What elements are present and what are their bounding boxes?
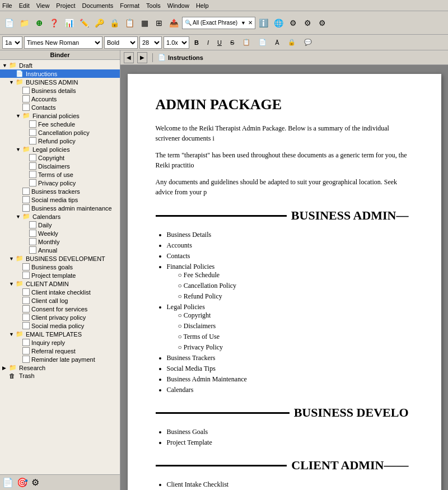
tree-item-contacts[interactable]: Contacts	[0, 103, 120, 111]
help-button[interactable]: ❓	[47, 15, 61, 31]
checkbox-refund-policy[interactable]	[29, 137, 36, 144]
bold-button[interactable]: B	[191, 36, 202, 49]
checkbox-privacy-policy[interactable]	[29, 179, 36, 186]
settings1-button[interactable]: ⚙	[287, 15, 300, 31]
info-button[interactable]: ℹ️	[256, 15, 270, 31]
checkbox-client-privacy[interactable]	[22, 314, 30, 321]
checkbox-referral-request[interactable]	[22, 347, 30, 354]
checkbox-social-media-policy[interactable]	[22, 322, 30, 329]
new-button[interactable]: 📄	[2, 15, 16, 31]
tree-item-email-templates[interactable]: ▼ 📁 EMAIL TEMPLATES	[0, 330, 120, 338]
menu-help[interactable]: Help	[196, 2, 209, 9]
tree-item-legal-policies[interactable]: ▼ 📁 Legal policies	[0, 145, 120, 153]
search-dropdown-icon[interactable]: ▼	[241, 20, 246, 26]
menu-view[interactable]: View	[36, 2, 50, 9]
strikethrough-button[interactable]: S	[227, 36, 237, 49]
tree-item-business-admin-maintenance[interactable]: Business admin maintenance	[0, 204, 120, 212]
tree-item-client-privacy-policy[interactable]: Client privacy policy	[0, 313, 120, 321]
checkbox-copyright[interactable]	[29, 154, 36, 161]
checkbox-contacts[interactable]	[22, 104, 30, 111]
style-select[interactable]: 1a	[2, 36, 22, 49]
tree-item-client-intake-checklist[interactable]: Client intake checklist	[0, 288, 120, 296]
binder-icon-2[interactable]: 🎯	[17, 477, 28, 488]
paste-format-button[interactable]: 📄	[255, 36, 270, 49]
tree-item-business-development[interactable]: ▼ 📁 BUSINESS DEVELOPMENT	[0, 254, 120, 263]
tree-item-business-admin[interactable]: ▼ 📁 BUSINESS ADMIN	[0, 78, 120, 86]
table-button[interactable]: ⊞	[152, 15, 166, 31]
tree-item-trash[interactable]: 🗑 Trash	[0, 372, 120, 380]
tree-item-social-media-tips[interactable]: Social media tips	[0, 195, 120, 204]
tree-item-financial-policies[interactable]: ▼ 📁 Financial policies	[0, 111, 120, 120]
tree-item-privacy-policy[interactable]: Privacy policy	[0, 179, 120, 187]
menu-edit[interactable]: Edit	[19, 2, 30, 9]
menu-tools[interactable]: Tools	[146, 2, 161, 9]
font-select[interactable]: Times New Roman	[24, 36, 102, 49]
tree-item-cancellation-policy[interactable]: Cancellation policy	[0, 128, 120, 137]
size-select[interactable]: 28	[139, 36, 162, 49]
tree-item-instructions[interactable]: 📄 Instructions	[0, 69, 120, 78]
import-button[interactable]: 📋	[123, 15, 137, 31]
checkbox-weekly[interactable]	[29, 230, 36, 237]
checkbox-social-media-tips[interactable]	[22, 196, 30, 203]
weight-select[interactable]: Bold	[104, 36, 138, 49]
italic-button[interactable]: I	[204, 36, 212, 49]
checkbox-annual[interactable]	[29, 246, 36, 254]
tree-item-referral-request[interactable]: Referral request	[0, 347, 120, 355]
checkbox-consent[interactable]	[22, 305, 30, 312]
underline-button[interactable]: U	[214, 36, 225, 49]
open-button[interactable]: 📁	[17, 15, 31, 31]
document-area[interactable]: ◀ ▶ 📄 Instructions ADMIN PACKAGE Welcome…	[120, 50, 448, 490]
copy-format-button[interactable]: 📋	[239, 36, 254, 49]
checkbox-disclaimers[interactable]	[29, 162, 36, 170]
tree-item-weekly[interactable]: Weekly	[0, 229, 120, 237]
checkbox-business-details[interactable]	[22, 87, 30, 94]
tree-item-annual[interactable]: Annual	[0, 246, 120, 254]
key-button[interactable]: 🔑	[92, 15, 106, 31]
checkbox-client-call-log[interactable]	[22, 297, 30, 304]
checkbox-reminder-late-payment[interactable]	[22, 356, 30, 363]
tree-item-social-media-policy[interactable]: Social media policy	[0, 321, 120, 330]
settings3-button[interactable]: ⚙	[316, 15, 329, 31]
clear-format-button[interactable]: Ā	[272, 36, 282, 49]
checkbox-fee-schedule[interactable]	[29, 120, 36, 128]
checkbox-business-admin-maintenance[interactable]	[22, 204, 30, 212]
checkbox-terms-of-use[interactable]	[29, 171, 36, 178]
checkbox-business-goals[interactable]	[22, 263, 30, 270]
binder-icon-1[interactable]: 📄	[2, 477, 13, 488]
binder-tree[interactable]: ▼ 📁 Draft 📄 Instructions ▼ 📁 BUSINESS AD…	[0, 60, 120, 474]
prev-doc-button[interactable]: ◀	[124, 52, 134, 63]
tree-item-reminder-late-payment[interactable]: Reminder late payment	[0, 355, 120, 363]
tree-item-business-details[interactable]: Business details	[0, 86, 120, 95]
binder-icon-3[interactable]: ⚙	[31, 477, 39, 488]
tree-item-fee-schedule[interactable]: Fee schedule	[0, 120, 120, 128]
menu-documents[interactable]: Documents	[82, 2, 114, 9]
menu-window[interactable]: Window	[167, 2, 189, 9]
tree-item-inquiry-reply[interactable]: Inquiry reply	[0, 338, 120, 347]
tree-item-terms-of-use[interactable]: Terms of use	[0, 170, 120, 179]
tree-item-project-template[interactable]: Project template	[0, 271, 120, 279]
tree-item-draft[interactable]: ▼ 📁 Draft	[0, 61, 120, 69]
comment-button[interactable]: 💬	[301, 36, 315, 49]
add-button[interactable]: ⊕	[32, 15, 46, 31]
tree-item-accounts[interactable]: Accounts	[0, 95, 120, 103]
menu-project[interactable]: Project	[56, 2, 75, 9]
tree-item-disclaimers[interactable]: Disclaimers	[0, 162, 120, 170]
network-button[interactable]: 🌐	[272, 15, 286, 31]
export-button[interactable]: 📤	[167, 15, 181, 31]
checkbox-monthly[interactable]	[29, 238, 36, 245]
checkbox-cancellation-policy[interactable]	[29, 129, 36, 136]
checkbox-business-trackers[interactable]	[22, 188, 30, 195]
tree-item-daily[interactable]: Daily	[0, 221, 120, 229]
checkbox-client-intake[interactable]	[22, 288, 30, 296]
tree-item-copyright[interactable]: Copyright	[0, 153, 120, 162]
tree-item-client-admin[interactable]: ▼ 📁 CLIENT ADMIN	[0, 279, 120, 288]
tree-item-refund-policy[interactable]: Refund policy	[0, 137, 120, 145]
tree-item-consent-for-services[interactable]: Consent for services	[0, 305, 120, 313]
checkbox-inquiry-reply[interactable]	[22, 339, 30, 346]
grid-button[interactable]: ▦	[138, 15, 151, 31]
checkbox-project-template[interactable]	[22, 272, 30, 279]
edit-button[interactable]: ✏️	[77, 15, 91, 31]
checkbox-daily[interactable]	[29, 221, 36, 228]
checkbox-accounts[interactable]	[22, 95, 30, 102]
tree-item-business-trackers[interactable]: Business trackers	[0, 187, 120, 195]
